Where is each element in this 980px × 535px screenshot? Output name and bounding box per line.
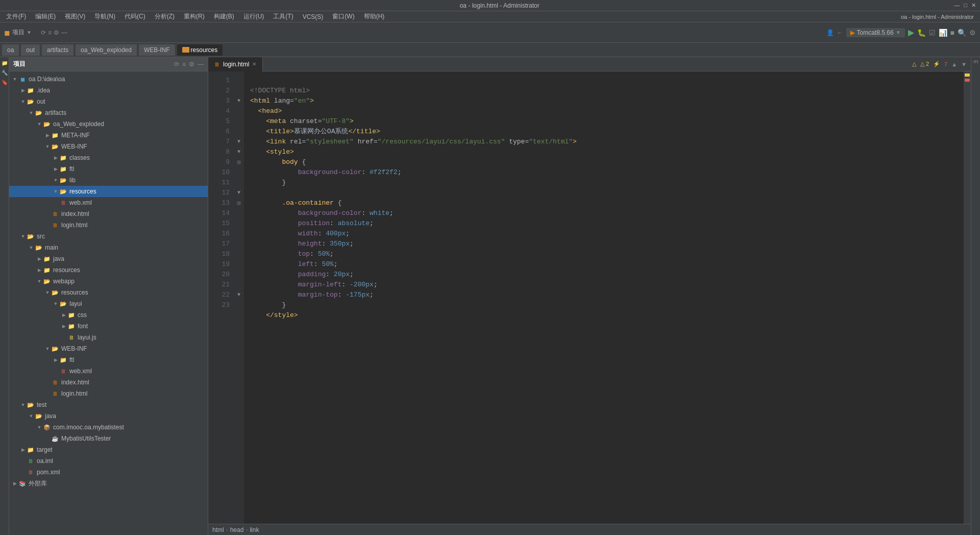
- window-controls[interactable]: — □ ✕: [954, 2, 976, 9]
- panel-icon-collapse[interactable]: —: [198, 61, 204, 68]
- minimize-button[interactable]: —: [954, 2, 960, 9]
- tab-out[interactable]: out: [21, 44, 40, 56]
- tree-item-web-inf-out[interactable]: ▼ 📂 WEB-INF: [9, 141, 208, 152]
- down-icon[interactable]: ▼: [961, 61, 967, 67]
- tree-item-resources-selected[interactable]: ▼ 📂 resources: [9, 186, 208, 197]
- up-icon[interactable]: ▲: [951, 61, 957, 67]
- toolbar-icon-sort[interactable]: ≡: [48, 29, 52, 36]
- tree-item-src[interactable]: ▼ 📂 src: [9, 231, 208, 242]
- expand-icon: ▼: [36, 120, 43, 128]
- tree-item-meta-inf[interactable]: ▶ 📁 META-INF: [9, 130, 208, 141]
- code-content[interactable]: <!DOCTYPE html> <html lang="en"> <head> …: [244, 71, 964, 524]
- html-index-icon: 🗎: [51, 378, 59, 386]
- editor-tab-login[interactable]: 🗎 login.html ✕: [208, 57, 263, 71]
- coverage-button[interactable]: ☑: [929, 29, 936, 37]
- tree-item-font[interactable]: ▶ 📁 font: [9, 321, 208, 332]
- tree-item-oa[interactable]: ▼ ◼ oa D:\idea\oa: [9, 74, 208, 85]
- tree-item-java[interactable]: ▶ 📁 java: [9, 253, 208, 264]
- menu-refactor[interactable]: 重构(R): [180, 11, 209, 22]
- tab-artifacts[interactable]: artifacts: [42, 44, 74, 56]
- menu-window[interactable]: 窗口(W): [328, 11, 358, 22]
- left-strip-bookmark-icon[interactable]: 🔖: [1, 79, 9, 86]
- tree-item-main[interactable]: ▼ 📂 main: [9, 242, 208, 253]
- tree-item-out[interactable]: ▼ 📂 out: [9, 96, 208, 107]
- tree-item-indexhtml-webapp[interactable]: ▶ 🗎 index.html: [9, 377, 208, 388]
- toolbar-icon-search[interactable]: ←: [837, 29, 843, 36]
- tree-item-webxml-out[interactable]: ▶ 🗎 web.xml: [9, 197, 208, 208]
- folder-ftl-webapp-icon: 📁: [59, 356, 67, 364]
- menu-help[interactable]: 帮助(H): [360, 11, 389, 22]
- tree-item-css[interactable]: ▶ 📁 css: [9, 309, 208, 321]
- panel-icon-sync[interactable]: ⟳: [174, 61, 179, 68]
- menu-edit[interactable]: 编辑(E): [31, 11, 60, 22]
- panel-icon-settings[interactable]: ⚙: [189, 61, 194, 68]
- tree-item-mybatis[interactable]: ▶ ☕ MybatisUtilsTester: [9, 433, 208, 444]
- menu-build[interactable]: 构建(B): [210, 11, 238, 22]
- gutter-7[interactable]: ▼: [234, 137, 244, 147]
- tree-item-loginhtml-out[interactable]: ▶ 🗎 login.html: [9, 220, 208, 231]
- menu-tools[interactable]: 工具(T): [269, 11, 297, 22]
- tree-item-ftl-out[interactable]: ▶ 📁 ftl: [9, 163, 208, 175]
- left-strip-project-icon[interactable]: 📁: [1, 59, 9, 67]
- gutter-12[interactable]: ▼: [234, 188, 244, 198]
- tree-item-package[interactable]: ▼ 📦 com.imooc.oa.mybatistest: [9, 422, 208, 433]
- gutter-3[interactable]: ▼: [234, 96, 244, 106]
- breadcrumb-html[interactable]: html: [212, 526, 224, 533]
- tree-item-loginhtml-webapp[interactable]: ▶ 🗎 login.html: [9, 388, 208, 399]
- tab-resources[interactable]: resources: [177, 44, 223, 56]
- tree-item-classes[interactable]: ▶ 📁 classes: [9, 152, 208, 163]
- menu-view[interactable]: 视图(V): [61, 11, 89, 22]
- tree-item-oa-web[interactable]: ▼ 📂 oa_Web_exploded: [9, 118, 208, 130]
- toolbar-icon-gear[interactable]: ⚙: [54, 29, 59, 36]
- run-button[interactable]: ▶: [908, 28, 914, 37]
- menu-file[interactable]: 文件(F): [2, 11, 30, 22]
- toolbar-icon-collapse[interactable]: —: [61, 29, 67, 36]
- tree-item-test[interactable]: ▼ 📂 test: [9, 399, 208, 410]
- close-button[interactable]: ✕: [971, 2, 976, 9]
- tree-item-artifacts[interactable]: ▼ 📂 artifacts: [9, 107, 208, 118]
- menu-navigate[interactable]: 导航(N): [90, 11, 119, 22]
- tree-item-java-test[interactable]: ▼ 📂 java: [9, 410, 208, 422]
- tree-item-webxml-webapp[interactable]: ▶ 🗎 web.xml: [9, 366, 208, 377]
- tree-item-webapp[interactable]: ▼ 📂 webapp: [9, 276, 208, 287]
- code-editor[interactable]: 1 2 3 4 5 6 7 8 9 10 11 12 13 14 15 16 1…: [208, 71, 971, 524]
- maximize-button[interactable]: □: [964, 2, 967, 9]
- gutter-8[interactable]: ▼: [234, 147, 244, 157]
- search-toolbar-icon[interactable]: 🔍: [958, 29, 966, 37]
- tab-close-icon[interactable]: ✕: [252, 61, 256, 67]
- tree-item-indexhtml-out[interactable]: ▶ 🗎 index.html: [9, 208, 208, 220]
- tree-item-webinf-webapp[interactable]: ▼ 📂 WEB-INF: [9, 343, 208, 354]
- tree-item-ftl-webapp[interactable]: ▶ 📁 ftl: [9, 354, 208, 366]
- toolbar-icon-sync[interactable]: ⟳: [41, 29, 46, 36]
- tree-item-oaiml[interactable]: ▶ 🗎 oa.iml: [9, 455, 208, 467]
- tab-oa-web-exploded[interactable]: oa_Web_exploded: [76, 44, 137, 56]
- menu-code[interactable]: 代码(C): [120, 11, 150, 22]
- tree-item-resources-webapp[interactable]: ▼ 📂 resources: [9, 287, 208, 298]
- tree-item-layuijs[interactable]: ▶ 🗎 layui.js: [9, 332, 208, 343]
- tree-item-idea[interactable]: ▶ 📁 .idea: [9, 85, 208, 96]
- tree-item-external-libs[interactable]: ▶ 📚 外部库: [9, 478, 208, 489]
- right-strip-icon-1[interactable]: E: [972, 59, 979, 65]
- tree-item-target[interactable]: ▶ 📁 target: [9, 444, 208, 455]
- profile-button[interactable]: 📊: [939, 29, 947, 37]
- tree-item-resources-src[interactable]: ▶ 📁 resources: [9, 264, 208, 276]
- menu-vcs[interactable]: VCS(S): [299, 12, 328, 21]
- menu-run[interactable]: 运行(U): [239, 11, 268, 22]
- gutter-22[interactable]: ▼: [234, 290, 244, 300]
- warning-count[interactable]: △ 2: [920, 61, 929, 67]
- debug-button[interactable]: 🐛: [917, 29, 926, 37]
- panel-icon-sort[interactable]: ≡: [182, 61, 186, 68]
- tab-web-inf[interactable]: WEB-INF: [139, 44, 175, 56]
- breadcrumb-head[interactable]: head: [230, 526, 244, 533]
- menu-analyze[interactable]: 分析(Z): [151, 11, 179, 22]
- run-config-selector[interactable]: ▶ Tomcat8.5.66 ▼: [846, 28, 905, 37]
- stop-button[interactable]: ■: [950, 29, 954, 37]
- left-strip-structure-icon[interactable]: 🔧: [1, 69, 9, 77]
- settings-icon[interactable]: ⚙: [969, 29, 976, 37]
- tree-item-pomxml[interactable]: ▶ 🗎 pom.xml: [9, 467, 208, 478]
- toolbar-icon-profile[interactable]: 👤: [826, 29, 834, 36]
- tree-item-layui[interactable]: ▼ 📂 layui: [9, 298, 208, 309]
- breadcrumb-link[interactable]: link: [250, 526, 259, 533]
- tab-oa[interactable]: oa: [2, 44, 19, 56]
- tree-item-lib[interactable]: ▼ 📂 lib: [9, 175, 208, 186]
